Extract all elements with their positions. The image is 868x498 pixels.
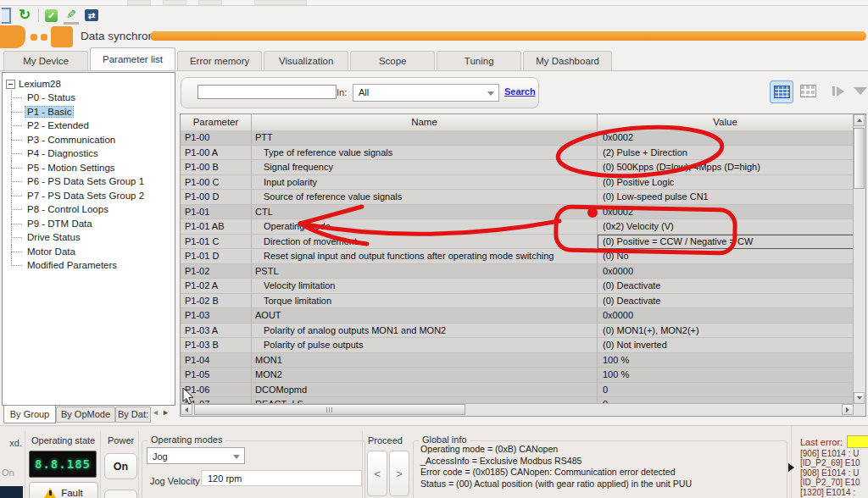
sync-refresh-icon[interactable]: ↻ xyxy=(17,8,32,23)
scroll-up-icon[interactable] xyxy=(854,114,865,126)
proceed-back-button[interactable]: < xyxy=(367,451,387,496)
tree-item-p1-basic[interactable]: P1 - Basic xyxy=(3,105,175,119)
tree-item-p6-ps-data-sets-group-1[interactable]: P6 - PS Data Sets Group 1 xyxy=(3,174,175,189)
group-divider xyxy=(100,431,101,498)
error-list: [906] E1014 : U[ID_P2_69] E10[908] E1014… xyxy=(800,449,868,497)
param-row-p1-03-b[interactable]: P1-03 BPolarity of pulse outputs(0) Not … xyxy=(181,338,854,353)
tree-tab-by-opmode[interactable]: By OpMode xyxy=(56,407,115,423)
jog-velocity-field[interactable]: 120 rpm xyxy=(201,470,362,486)
column-header-value[interactable]: Value xyxy=(598,114,854,130)
splitter-arrow-icon[interactable] xyxy=(788,463,794,472)
param-row-p1-01-d[interactable]: P1-01 DReset signal input and output fun… xyxy=(181,249,854,264)
tabs-scroll-right-icon[interactable]: ► xyxy=(162,408,170,417)
cell-name: Signal frequency xyxy=(252,160,598,175)
tree-item-p2-extended[interactable]: P2 - Extended xyxy=(3,119,175,133)
tree-tab-by-dat[interactable]: By Dat: xyxy=(115,407,151,423)
cell-value: (0) Positive = CCW / Negative = CW xyxy=(598,235,854,250)
fault-button[interactable]: Fault xyxy=(29,482,98,498)
tab-visualization[interactable]: Visualization xyxy=(264,51,348,70)
param-row-p1-03[interactable]: P1-03AOUT0x0000 xyxy=(181,308,854,324)
tab-tuning[interactable]: Tuning xyxy=(437,51,521,70)
icon-glyph: ↻ xyxy=(19,8,31,22)
collapse-expander-icon[interactable] xyxy=(6,80,15,89)
icon-glyph: ✎ xyxy=(66,8,76,21)
cell-parameter: P1-02 xyxy=(181,264,252,279)
global-info-line: Status = (00) Actual position (with gear… xyxy=(420,479,783,490)
cell-parameter: P1-04 xyxy=(181,353,252,368)
param-row-p1-05[interactable]: P1-05MON2100 % xyxy=(181,368,854,383)
power-label: Power xyxy=(108,435,134,445)
tree-item-p9-dtm-data[interactable]: P9 - DTM Data xyxy=(3,217,175,231)
edit-device-icon[interactable]: ✎ xyxy=(64,7,79,25)
scroll-down-icon[interactable] xyxy=(854,392,865,404)
error-entry[interactable]: [ID_P2_70] E10 xyxy=(800,478,868,487)
power-on-button[interactable]: On xyxy=(104,453,137,479)
error-entry[interactable]: [1320] E1014 : xyxy=(800,488,868,497)
param-row-p1-00[interactable]: P1-00PTT0x0002 xyxy=(181,130,854,146)
horizontal-scrollbar[interactable] xyxy=(181,403,854,416)
table-view-icon[interactable] xyxy=(770,80,793,103)
column-header-parameter[interactable]: Parameter xyxy=(181,114,252,130)
cell-value: (0) 500Kpps (D=low), 4Mpps (D=high) xyxy=(598,160,854,175)
param-row-p1-02-b[interactable]: P1-02 BTorque limitation(0) Deactivate xyxy=(181,294,854,309)
param-row-p1-00-a[interactable]: P1-00 AType of reference value signals(2… xyxy=(181,146,854,161)
card-view-icon[interactable] xyxy=(797,80,819,102)
cell-value: (0) Positive Logic xyxy=(598,175,854,191)
parameter-tree-panel: Lexium28 P0 - StatusP1 - BasicP2 - Exten… xyxy=(2,72,175,406)
error-entry[interactable]: [ID_P2_69] E10 xyxy=(800,458,868,468)
param-row-p1-00-d[interactable]: P1-00 DSource of reference value signals… xyxy=(181,190,854,205)
validate-ok-icon[interactable]: ✓ xyxy=(45,9,58,22)
search-button[interactable]: Search xyxy=(504,86,536,97)
cell-parameter: P1-03 xyxy=(181,308,252,324)
tree-item-p7-ps-data-sets-group-2[interactable]: P7 - PS Data Sets Group 2 xyxy=(3,189,175,203)
tree-item-p0-status[interactable]: P0 - Status xyxy=(3,91,175,105)
tab-my-device[interactable]: My Device xyxy=(3,51,88,70)
tab-error-memory[interactable]: Error memory xyxy=(177,51,262,70)
operating-mode-select[interactable]: Jog xyxy=(147,447,245,464)
cell-value: (0) No xyxy=(598,249,854,264)
param-row-p1-02-a[interactable]: P1-02 AVelocity limitation(0) Deactivate xyxy=(181,279,854,294)
continue-icon[interactable] xyxy=(827,80,849,102)
proceed-forward-button[interactable]: > xyxy=(389,451,409,496)
tab-my-dashboard[interactable]: My Dashboard xyxy=(523,51,612,70)
tree-item-drive-status[interactable]: Drive Status xyxy=(3,230,175,245)
error-entry[interactable]: [906] E1014 : U xyxy=(800,449,868,458)
tab-scope[interactable]: Scope xyxy=(350,51,435,70)
param-row-p1-01-c[interactable]: P1-01 CDirection of movement(0) Positive… xyxy=(181,235,854,250)
search-scope-select[interactable]: All xyxy=(353,84,499,102)
collapse-panel-icon[interactable] xyxy=(849,80,868,102)
tree-item-motor-data[interactable]: Motor Data xyxy=(3,245,175,259)
tree-item-p3-communication[interactable]: P3 - Communication xyxy=(3,133,175,147)
param-row-p1-06[interactable]: P1-06DCOMopmd0 xyxy=(181,383,854,398)
window-icon[interactable] xyxy=(2,8,11,24)
param-row-p1-01-ab[interactable]: P1-01 ABOperating mode(0x2) Velocity (V) xyxy=(181,219,854,235)
param-row-p1-03-a[interactable]: P1-03 APolarity of analog outputs MON1 a… xyxy=(181,324,854,339)
tabs-scroll-left-icon[interactable]: ◄ xyxy=(152,408,159,417)
cell-value: 100 % xyxy=(598,353,854,368)
param-row-p1-04[interactable]: P1-04MON1100 % xyxy=(181,353,854,368)
data-transfer-icon[interactable]: ⇄ xyxy=(85,9,98,21)
search-input[interactable] xyxy=(198,85,337,99)
cell-parameter: P1-00 B xyxy=(181,160,252,175)
tree-root-node[interactable]: Lexium28 xyxy=(6,77,61,91)
param-row-p1-01[interactable]: P1-01CTL0x0002 xyxy=(181,205,854,220)
panel-splitter[interactable] xyxy=(791,426,792,498)
tree-item-p5-motion-settings[interactable]: P5 - Motion Settings xyxy=(3,161,175,175)
scroll-right-icon[interactable] xyxy=(842,404,854,415)
column-header-name[interactable]: Name xyxy=(252,114,598,130)
horizontal-scroll-thumb[interactable] xyxy=(194,404,465,415)
tree-item-p4-diagnostics[interactable]: P4 - Diagnostics xyxy=(3,147,175,161)
tree-item-p8-control-loops[interactable]: P8 - Control Loops xyxy=(3,202,175,217)
power-off-button-partial[interactable] xyxy=(104,490,137,498)
param-row-p1-00-c[interactable]: P1-00 CInput polarity(0) Positive Logic xyxy=(181,175,854,191)
vertical-scrollbar[interactable] xyxy=(853,114,865,404)
tree-tab-by-group[interactable]: By Group xyxy=(3,405,56,423)
tab-parameter-list[interactable]: Parameter list xyxy=(90,47,175,70)
error-entry[interactable]: [908] E1014 : U xyxy=(800,468,868,478)
tree-item-modified-parameters[interactable]: Modified Parameters xyxy=(3,258,175,273)
param-row-p1-00-b[interactable]: P1-00 BSignal frequency(0) 500Kpps (D=lo… xyxy=(181,160,854,175)
param-row-p1-02[interactable]: P1-02PSTL0x0000 xyxy=(181,264,854,279)
scroll-left-icon[interactable] xyxy=(181,404,192,415)
vertical-scroll-thumb[interactable] xyxy=(854,128,865,189)
cell-parameter: P1-01 D xyxy=(181,249,252,264)
